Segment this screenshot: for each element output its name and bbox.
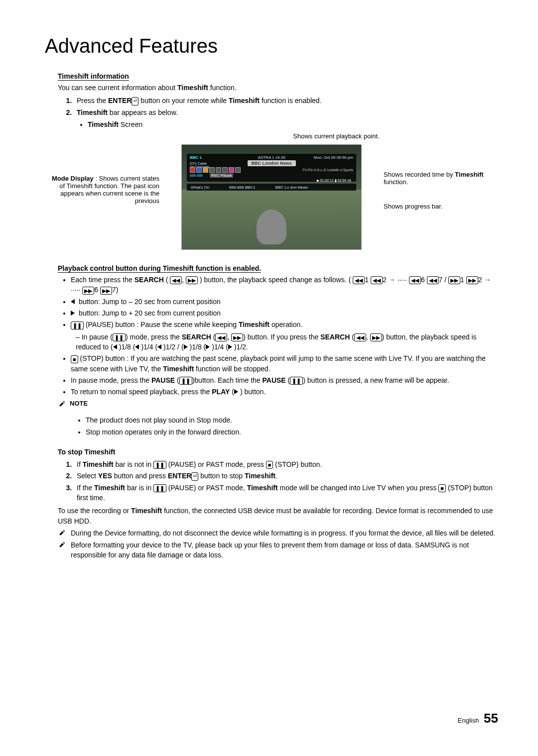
tip-backup: Before formatting your device to the TV,…: [58, 540, 498, 560]
footer-page-number: 55: [484, 711, 498, 726]
playback-section: Playback control button during Timeshift…: [58, 261, 498, 437]
rewind-icon: ◀◀: [354, 333, 366, 341]
rewind-icon: ◀◀: [353, 276, 365, 284]
enter-icon: ⏎: [191, 472, 198, 481]
osd-rating: TV-PG-V-S-L-D Undefin d Sports: [302, 168, 353, 172]
enter-icon: ⏎: [132, 97, 138, 106]
timeshift-info-heading: Timeshift information: [58, 72, 129, 81]
bullet-stop: ■ (STOP) button : If you are watching th…: [71, 353, 498, 374]
osd-dtv: DTV Cable: [190, 162, 207, 165]
left-arrow-icon: [157, 343, 163, 351]
ffwd-icon: ▶▶: [466, 276, 478, 284]
bullet-return-play: To return to nomal speed playback, press…: [71, 387, 498, 397]
stop-icon: ■: [266, 461, 273, 469]
callout-progress-bar: Shows progress bar.: [384, 203, 498, 210]
pause-icon: ❚❚: [153, 461, 166, 469]
right-arrow-icon: [184, 343, 190, 351]
rewind-icon: ◀◀: [215, 333, 227, 341]
bullet-search-speed: Each time press the SEARCH ( ◀◀, ▶▶ ) bu…: [71, 275, 498, 295]
ffwd-icon: ▶▶: [82, 287, 94, 295]
osd-icon: [229, 167, 234, 173]
rewind-icon: ◀◀: [427, 276, 439, 284]
ffwd-icon: ▶▶: [186, 276, 198, 284]
note-1: The product does not play sound in Stop …: [86, 415, 498, 425]
tip-formatting: During the Device formatting, do not dis…: [58, 528, 498, 538]
stop-paragraph: To use the recording or Timeshift functi…: [58, 506, 498, 526]
note-icon: [58, 541, 67, 548]
stop-timeshift-section: To stop Timeshift If Timeshift bar is no…: [58, 445, 498, 560]
note-label: NOTE: [58, 400, 498, 407]
right-arrow-icon: [71, 309, 77, 317]
pause-icon: ❚❚: [153, 484, 166, 492]
note-2: Stop motion operates only in the forward…: [86, 427, 498, 437]
page-title: Advanced Features: [45, 35, 498, 57]
stop-step-3: If the Timeshift bar is in ❚❚ (PAUSE) or…: [74, 483, 498, 503]
ffwd-icon: ▶▶: [448, 276, 460, 284]
stop-icon: ■: [438, 484, 446, 492]
timeshift-screen-bullet: Timeshift Screen: [88, 119, 498, 129]
osd-rec-badge: REC Pause: [210, 173, 234, 178]
ffwd-icon: ▶▶: [100, 287, 112, 295]
osd-icon: [222, 167, 228, 173]
pause-icon: ❚❚: [179, 377, 192, 385]
osd-prog-title: BBC London News: [248, 160, 296, 166]
osd-icon: [196, 167, 202, 173]
figure-callout-top: Shows current playback point.: [174, 132, 498, 140]
bullet-jump-fwd: button: Jump to + 20 sec from current po…: [71, 308, 498, 318]
osd-icon: [203, 167, 208, 173]
left-arrow-icon: [71, 298, 77, 306]
osd-icon: [190, 167, 195, 173]
osd-date: Mon, Oct 09 09:50 pm: [314, 155, 353, 160]
step-1: Press the ENTER⏎ button on your remote w…: [74, 96, 498, 106]
ffwd-icon: ▶▶: [370, 333, 382, 341]
bullet-jump-back: button: Jump to – 20 sec from current po…: [71, 297, 498, 307]
rewind-icon: ◀◀: [409, 276, 421, 284]
left-arrow-icon: [113, 343, 119, 351]
rewind-icon: ◀◀: [371, 276, 383, 284]
note-icon: [58, 400, 67, 407]
timeshift-screenshot: BBC 1 ASTRA 1 19.2E Mon, Oct 09 09:50 pm…: [182, 145, 361, 249]
stop-step-1: If Timeshift bar is not in ❚❚ (PAUSE) or…: [74, 459, 498, 469]
stop-heading: To stop Timeshift: [58, 448, 115, 456]
pause-icon: ❚❚: [113, 333, 126, 341]
osd-whatson: What's On: [191, 185, 209, 190]
stop-step-2: Select YES button and press ENTER⏎ butto…: [74, 471, 498, 481]
play-icon: [234, 388, 240, 396]
osd-astra: ASTRA 1 19.2E: [258, 155, 286, 160]
playback-heading: Playback control button during Timeshift…: [58, 264, 261, 273]
step-2: Timeshift bar appears as below. Timeshif…: [74, 108, 498, 130]
bullet-pause: ❚❚ (PAUSE) button : Pause the scene whil…: [71, 320, 498, 352]
page-footer: English 55: [458, 711, 498, 726]
callout-mode-display: Mode Display : Shows current states of T…: [45, 175, 159, 205]
right-arrow-icon: [206, 343, 212, 351]
rewind-icon: ◀◀: [170, 276, 182, 284]
osd-icon: [216, 167, 221, 173]
osd-channel: BBC 1: [190, 155, 202, 160]
note-icon: [58, 529, 67, 536]
osd-row-b: BBC Lo don News: [275, 185, 308, 190]
osd-icon: [209, 167, 215, 173]
right-arrow-icon: [228, 343, 234, 351]
bullet-pausemode-frame: In pause mode, press the PAUSE (❚❚)butto…: [71, 375, 498, 385]
timeshift-intro: You can see current information about Ti…: [58, 83, 498, 93]
callout-recorded-time: Shows recorded time by Timeshift functio…: [384, 171, 498, 186]
footer-lang: English: [458, 717, 479, 724]
timeshift-info-section: Timeshift information You can see curren…: [58, 69, 498, 129]
osd-row-a: 888-888 BBC1: [229, 185, 255, 190]
stop-icon: ■: [71, 355, 78, 363]
ffwd-icon: ▶▶: [231, 333, 243, 341]
osd-icon: [235, 167, 241, 173]
pause-icon: ❚❚: [71, 322, 84, 329]
osd-timebar: ▶ 01:02:11 ▮ 02:04:18: [317, 179, 351, 183]
left-arrow-icon: [135, 343, 141, 351]
pause-icon: ❚❚: [290, 377, 303, 385]
